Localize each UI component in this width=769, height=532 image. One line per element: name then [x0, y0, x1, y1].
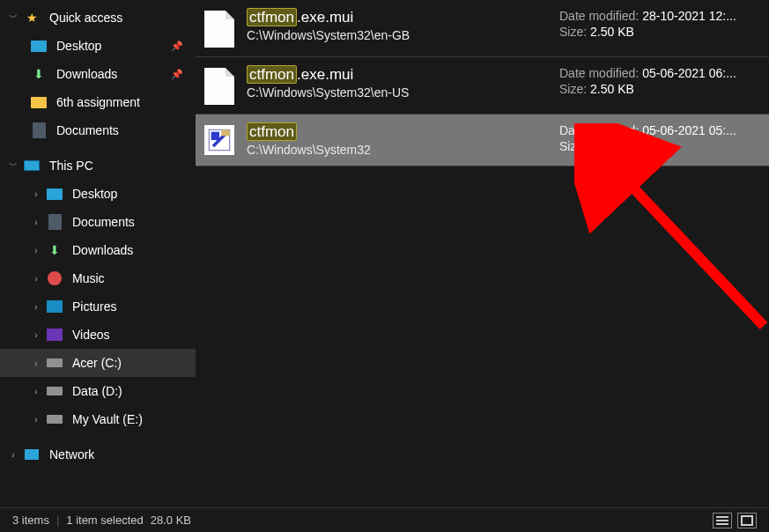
- download-icon: ⬇: [30, 65, 48, 83]
- file-icon: [204, 11, 234, 48]
- svg-rect-2: [221, 129, 229, 136]
- status-selected-count: 1 item selected: [66, 514, 143, 527]
- exe-file-icon: [204, 125, 234, 155]
- network-icon: [23, 446, 41, 463]
- result-text-block: ctfmon.exe.muiC:\Windows\System32\en-US: [247, 66, 547, 105]
- quick-access-node[interactable]: ﹀ ★ Quick access: [0, 4, 196, 32]
- result-text-block: ctfmonC:\Windows\System32: [247, 123, 547, 157]
- sidebar-item-downloads[interactable]: ⬇ Downloads 📌: [0, 60, 196, 88]
- sidebar-item-label: 6th assignment: [56, 95, 140, 109]
- sidebar-item-label: Downloads: [72, 243, 133, 257]
- pin-icon: 📌: [171, 41, 183, 52]
- result-path: C:\Windows\System32: [247, 143, 547, 157]
- sidebar-item-label: Desktop: [56, 39, 101, 53]
- search-highlight: ctfmon: [247, 8, 297, 26]
- sidebar-item-pictures[interactable]: › Pictures: [0, 292, 196, 321]
- result-filename: ctfmon.exe.mui: [247, 9, 547, 26]
- documents-icon: [46, 213, 63, 231]
- network-label: Network: [49, 447, 94, 462]
- sidebar-item-documents[interactable]: Documents: [0, 116, 196, 144]
- sidebar-item-drive-e[interactable]: › My Vault (E:): [0, 405, 196, 433]
- desktop-icon: [30, 37, 48, 55]
- result-path: C:\Windows\System32\en-US: [247, 85, 547, 100]
- sidebar-item-label: Documents: [56, 123, 119, 137]
- date-modified-label: Date modified:: [559, 66, 639, 80]
- sidebar-item-folder[interactable]: 6th assignment: [0, 88, 196, 116]
- result-filename-suffix: .exe.mui: [297, 9, 353, 26]
- chevron-right-icon: ›: [30, 300, 42, 313]
- size-label: Size:: [559, 139, 587, 153]
- status-bar: 3 items | 1 item selected 28.0 KB: [0, 507, 769, 532]
- sidebar-item-label: Data (D:): [72, 384, 122, 398]
- pin-icon: 📌: [171, 69, 183, 80]
- chevron-right-icon: ›: [30, 357, 42, 369]
- this-pc-node[interactable]: ﹀ This PC: [0, 151, 196, 180]
- sidebar-item-desktop[interactable]: › Desktop: [0, 180, 196, 208]
- date-modified-value: 28-10-2021 12:...: [642, 9, 736, 23]
- date-modified-value: 05-06-2021 05:...: [642, 123, 736, 137]
- search-result-row[interactable]: ctfmon.exe.muiC:\Windows\System32\en-GBD…: [196, 0, 769, 57]
- size-label: Size:: [559, 82, 587, 96]
- sidebar-item-label: Acer (C:): [72, 356, 122, 370]
- svg-rect-5: [716, 520, 728, 521]
- status-item-count: 3 items: [12, 514, 49, 527]
- navigation-pane: ﹀ ★ Quick access Desktop 📌 ⬇ Downloads 📌…: [0, 0, 196, 507]
- documents-icon: [30, 122, 48, 139]
- chevron-right-icon: ›: [30, 329, 42, 341]
- svg-rect-1: [211, 132, 219, 140]
- result-text-block: ctfmon.exe.muiC:\Windows\System32\en-GB: [247, 9, 547, 48]
- sidebar-item-drive-c[interactable]: › Acer (C:): [0, 349, 196, 377]
- this-pc-label: This PC: [49, 159, 93, 173]
- search-highlight: ctfmon: [247, 65, 297, 84]
- folder-icon: [30, 93, 48, 111]
- svg-rect-7: [742, 516, 752, 525]
- sidebar-item-label: Pictures: [72, 299, 117, 314]
- sidebar-item-documents[interactable]: › Documents: [0, 208, 196, 236]
- sidebar-item-label: Downloads: [56, 67, 117, 81]
- sidebar-item-label: Desktop: [72, 187, 117, 201]
- sidebar-item-downloads[interactable]: › ⬇ Downloads: [0, 236, 196, 264]
- date-modified-label: Date modified:: [559, 123, 639, 137]
- drive-icon: [46, 410, 63, 428]
- sidebar-item-music[interactable]: › Music: [0, 264, 196, 292]
- chevron-down-icon: ﹀: [7, 11, 19, 24]
- sidebar-item-label: Music: [72, 271, 105, 285]
- chevron-right-icon: ›: [30, 216, 42, 228]
- view-large-button[interactable]: [737, 513, 757, 528]
- chevron-right-icon: ›: [7, 448, 19, 461]
- size-value: 28.0 KB: [590, 139, 634, 153]
- quick-access-label: Quick access: [49, 11, 122, 25]
- sidebar-item-videos[interactable]: › Videos: [0, 321, 196, 349]
- chevron-right-icon: ›: [30, 188, 42, 200]
- status-selected-size: 28.0 KB: [151, 514, 191, 527]
- result-filename: ctfmon: [247, 123, 547, 141]
- drive-icon: [46, 354, 63, 372]
- network-node[interactable]: › Network: [0, 440, 196, 469]
- search-results-pane: ctfmon.exe.muiC:\Windows\System32\en-GBD…: [196, 0, 769, 507]
- star-icon: ★: [23, 9, 41, 26]
- videos-icon: [46, 326, 63, 344]
- sidebar-item-label: Videos: [72, 328, 110, 342]
- result-metadata: Date modified: 05-06-2021 06:...Size: 2.…: [559, 66, 753, 105]
- date-modified-value: 05-06-2021 06:...: [642, 66, 736, 80]
- result-metadata: Date modified: 28-10-2021 12:...Size: 2.…: [559, 9, 753, 48]
- main-area: ﹀ ★ Quick access Desktop 📌 ⬇ Downloads 📌…: [0, 0, 769, 507]
- drive-icon: [46, 382, 63, 400]
- sidebar-item-desktop[interactable]: Desktop 📌: [0, 32, 196, 60]
- search-highlight: ctfmon: [247, 122, 297, 141]
- result-path: C:\Windows\System32\en-GB: [247, 28, 547, 42]
- sidebar-item-label: Documents: [72, 215, 135, 229]
- svg-line-3: [614, 167, 764, 326]
- chevron-right-icon: ›: [30, 272, 42, 284]
- view-details-button[interactable]: [713, 513, 732, 528]
- svg-rect-6: [716, 523, 728, 525]
- search-result-row[interactable]: ctfmonC:\Windows\System32Date modified: …: [196, 115, 769, 166]
- music-icon: [46, 270, 63, 287]
- sidebar-item-drive-d[interactable]: › Data (D:): [0, 377, 196, 405]
- sidebar-item-label: My Vault (E:): [72, 412, 143, 426]
- chevron-right-icon: ›: [30, 244, 42, 256]
- chevron-down-icon: ﹀: [7, 159, 19, 172]
- svg-rect-4: [716, 516, 728, 518]
- search-result-row[interactable]: ctfmon.exe.muiC:\Windows\System32\en-USD…: [196, 57, 769, 115]
- file-icon: [204, 68, 234, 105]
